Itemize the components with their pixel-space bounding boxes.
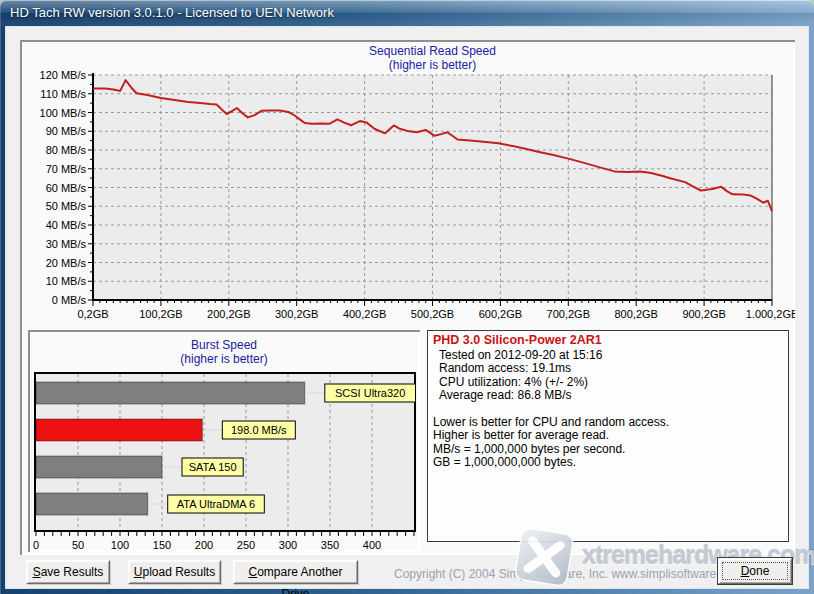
seq-x-axis-labels: 0,2GB100,2GB200,2GB300,2GB400,2GB500,2GB… <box>77 308 795 320</box>
svg-text:800,2GB: 800,2GB <box>614 308 657 320</box>
upload-results-button[interactable]: Upload Results <box>128 560 221 584</box>
svg-text:300,2GB: 300,2GB <box>275 308 318 320</box>
svg-text:SATA 150: SATA 150 <box>189 461 237 473</box>
burst-speed-chart: SCSI Ultra320198.0 MB/sSATA 150ATA Ultra… <box>30 365 418 551</box>
info-note-2: Higher is better for average read. <box>433 429 783 443</box>
svg-text:60 MB/s: 60 MB/s <box>46 182 87 194</box>
svg-text:0,2GB: 0,2GB <box>77 308 108 320</box>
svg-text:80 MB/s: 80 MB/s <box>46 144 87 156</box>
svg-text:200,2GB: 200,2GB <box>207 308 250 320</box>
sequential-read-chart: 0 MB/s10 MB/s20 MB/s30 MB/s40 MB/s50 MB/… <box>20 70 795 330</box>
svg-text:250: 250 <box>237 539 255 551</box>
svg-text:700,2GB: 700,2GB <box>547 308 590 320</box>
svg-text:90 MB/s: 90 MB/s <box>46 125 87 137</box>
svg-text:0: 0 <box>33 539 39 551</box>
svg-text:400,2GB: 400,2GB <box>343 308 386 320</box>
hd-tach-window: HD Tach RW version 3.0.1.0 - Licensed to… <box>0 0 814 594</box>
svg-text:30 MB/s: 30 MB/s <box>46 238 87 250</box>
svg-text:120 MB/s: 120 MB/s <box>40 70 87 81</box>
info-note-3: MB/s = 1,000,000 bytes per second. <box>433 443 783 457</box>
info-note-4: GB = 1,000,000,000 bytes. <box>433 456 783 470</box>
svg-text:300: 300 <box>279 539 297 551</box>
window-title: HD Tach RW version 3.0.1.0 - Licensed to… <box>10 5 334 20</box>
info-average-read: Average read: 86.8 MB/s <box>439 389 783 403</box>
done-button[interactable]: Done <box>718 558 792 584</box>
svg-text:20 MB/s: 20 MB/s <box>46 257 87 269</box>
copyright-text: Copyright (C) 2004 Simpli Software, Inc.… <box>394 567 742 581</box>
compare-another-drive-button[interactable]: Compare Another Drive <box>233 560 358 584</box>
results-panel: Sequential Read Speed (higher is better)… <box>20 40 795 555</box>
svg-text:110 MB/s: 110 MB/s <box>40 88 86 100</box>
svg-text:500,2GB: 500,2GB <box>411 308 454 320</box>
svg-text:ATA UltraDMA 6: ATA UltraDMA 6 <box>177 498 255 510</box>
svg-text:600,2GB: 600,2GB <box>479 308 522 320</box>
svg-text:SCSI Ultra320: SCSI Ultra320 <box>335 387 405 399</box>
drive-info-panel: PHD 3.0 Silicon-Power 2AR1 Tested on 201… <box>427 330 789 542</box>
burst-chart-title-block: Burst Speed (higher is better) <box>28 338 420 366</box>
burst-x-axis-labels: 050100150200250300350400 <box>33 539 381 551</box>
svg-text:1.000,2GB: 1.000,2GB <box>746 308 795 320</box>
save-results-button[interactable]: Save Results <box>26 560 110 584</box>
seq-chart-title: Sequential Read Speed <box>93 44 772 58</box>
svg-text:50 MB/s: 50 MB/s <box>46 200 87 212</box>
seq-chart-title-block: Sequential Read Speed (higher is better) <box>93 44 772 72</box>
svg-text:0 MB/s: 0 MB/s <box>52 294 87 306</box>
svg-text:350: 350 <box>321 539 339 551</box>
title-bar[interactable]: HD Tach RW version 3.0.1.0 - Licensed to… <box>0 0 814 26</box>
svg-text:900,2GB: 900,2GB <box>682 308 725 320</box>
seq-y-axis-labels: 0 MB/s10 MB/s20 MB/s30 MB/s40 MB/s50 MB/… <box>40 70 87 306</box>
info-note-1: Lower is better for CPU and random acces… <box>433 416 783 430</box>
svg-text:100 MB/s: 100 MB/s <box>40 107 87 119</box>
info-tested-on: Tested on 2012-09-20 at 15:16 <box>439 349 783 363</box>
svg-text:198.0 MB/s: 198.0 MB/s <box>231 424 287 436</box>
svg-text:100: 100 <box>111 539 129 551</box>
svg-text:200: 200 <box>195 539 213 551</box>
drive-info-content: PHD 3.0 Silicon-Power 2AR1 Tested on 201… <box>433 334 783 538</box>
info-notes: Lower is better for CPU and random acces… <box>433 416 783 470</box>
svg-text:40 MB/s: 40 MB/s <box>46 219 87 231</box>
burst-chart-subtitle: (higher is better) <box>28 352 420 366</box>
drive-name: PHD 3.0 Silicon-Power 2AR1 <box>433 334 783 348</box>
info-random-access: Random access: 19.1ms <box>439 362 783 376</box>
info-cpu-utilization: CPU utilization: 4% (+/- 2%) <box>439 376 783 390</box>
svg-text:150: 150 <box>153 539 171 551</box>
burst-speed-panel: Burst Speed (higher is better) SCSI Ultr… <box>28 330 420 552</box>
burst-chart-title: Burst Speed <box>28 338 420 352</box>
svg-text:10 MB/s: 10 MB/s <box>46 275 87 287</box>
svg-text:50: 50 <box>72 539 84 551</box>
svg-text:400: 400 <box>363 539 381 551</box>
svg-text:100,2GB: 100,2GB <box>139 308 182 320</box>
svg-text:70 MB/s: 70 MB/s <box>46 163 87 175</box>
